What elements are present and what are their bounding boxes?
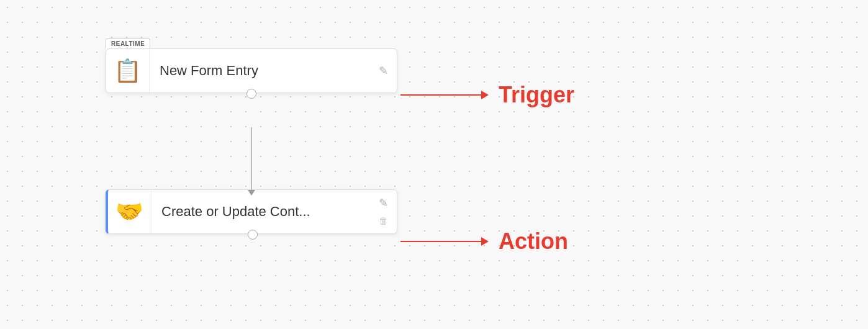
action-connector-bottom (248, 230, 258, 240)
action-node: 🤝 Create or Update Cont... (106, 189, 397, 234)
connector-line (251, 127, 252, 196)
form-icon: 📋 (114, 58, 142, 84)
action-delete-button[interactable] (377, 215, 389, 227)
handshake-icon: 🤝 (115, 199, 143, 225)
action-annotation-text: Action (499, 228, 568, 255)
action-icon: 🤝 (108, 190, 151, 233)
trigger-annotation-text: Trigger (499, 82, 574, 108)
action-label: Create or Update Cont... (151, 204, 370, 220)
trigger-label: New Form Entry (150, 63, 370, 79)
action-annotation: Action (400, 228, 568, 255)
trigger-arrowhead (481, 91, 489, 99)
trigger-edit-button[interactable] (377, 64, 389, 78)
trigger-card[interactable]: 📋 New Form Entry (106, 48, 397, 93)
trigger-arrow-line (400, 94, 481, 96)
workflow-canvas: REALTIME 📋 New Form Entry 🤝 Create or Up… (0, 0, 868, 329)
action-actions (370, 191, 397, 232)
action-arrowhead (481, 237, 489, 246)
action-card[interactable]: 🤝 Create or Update Cont... (106, 189, 397, 234)
trigger-actions (370, 59, 397, 83)
action-arrow-line (400, 241, 481, 242)
realtime-badge: REALTIME (106, 38, 150, 48)
action-edit-button[interactable] (377, 196, 389, 210)
trigger-node: REALTIME 📋 New Form Entry (106, 37, 397, 93)
trigger-icon: 📋 (106, 49, 150, 92)
trigger-connector-bottom (246, 89, 256, 99)
trigger-annotation: Trigger (400, 82, 574, 108)
